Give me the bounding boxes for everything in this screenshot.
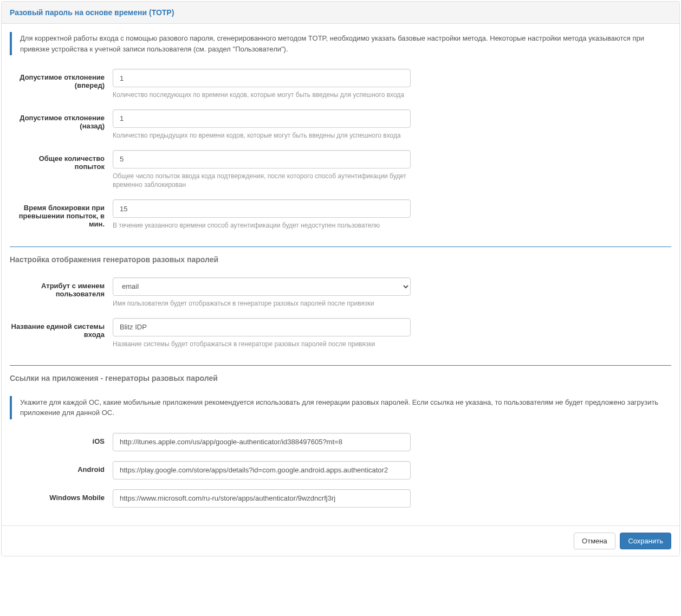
label-lock-time: Время блокировки при превышении попыток,… bbox=[10, 199, 113, 228]
label-ios: iOS bbox=[10, 433, 113, 445]
links-info-block: Укажите для каждой ОС, какие мобильные п… bbox=[10, 396, 671, 419]
help-username-attr: Имя пользователя будет отображаться в ге… bbox=[113, 299, 411, 308]
divider-links-section bbox=[10, 365, 671, 366]
help-total-attempts: Общее число попыток ввода кода подтвержд… bbox=[113, 172, 411, 190]
input-ios-link[interactable] bbox=[113, 433, 411, 451]
row-system-name: Название единой системы входа Название с… bbox=[10, 318, 671, 349]
divider-display-section bbox=[10, 247, 671, 247]
row-backward-deviation: Допустимое отклонение (назад) Количество… bbox=[10, 109, 671, 140]
panel-title: Разовый пароль на основе времени (TOTP) bbox=[10, 8, 671, 17]
help-lock-time: В течение указанного времени способ ауте… bbox=[113, 221, 411, 230]
input-forward-deviation[interactable] bbox=[113, 69, 411, 87]
label-windows: Windows Mobile bbox=[10, 489, 113, 502]
help-forward-deviation: Количество последующих по времени кодов,… bbox=[113, 90, 411, 100]
intro-info-block: Для корректной работы входа с помощью ра… bbox=[10, 32, 671, 55]
input-lock-time[interactable] bbox=[113, 199, 411, 218]
row-windows-link: Windows Mobile bbox=[10, 489, 671, 508]
help-backward-deviation: Количество предыдущих по времени кодов, … bbox=[113, 131, 411, 140]
cancel-button[interactable]: Отмена bbox=[574, 533, 615, 549]
panel-heading: Разовый пароль на основе времени (TOTP) bbox=[2, 2, 679, 24]
row-lock-time: Время блокировки при превышении попыток,… bbox=[10, 199, 671, 230]
label-system-name: Название единой системы входа bbox=[10, 318, 113, 339]
row-username-attr: Атрибут с именем пользователя email Имя … bbox=[10, 277, 671, 308]
label-username-attr: Атрибут с именем пользователя bbox=[10, 277, 113, 298]
input-system-name[interactable] bbox=[113, 318, 411, 336]
label-total-attempts: Общее количество попыток bbox=[10, 150, 113, 171]
totp-settings-panel: Разовый пароль на основе времени (TOTP) … bbox=[1, 1, 680, 556]
help-system-name: Название системы будет отображаться в ге… bbox=[113, 340, 411, 349]
panel-footer: Отмена Сохранить bbox=[2, 526, 679, 556]
label-forward-deviation: Допустимое отклонение (вперед) bbox=[10, 69, 113, 89]
row-ios-link: iOS bbox=[10, 433, 671, 451]
row-total-attempts: Общее количество попыток Общее число поп… bbox=[10, 150, 671, 190]
label-android: Android bbox=[10, 461, 113, 474]
input-total-attempts[interactable] bbox=[113, 150, 411, 168]
panel-body: Для корректной работы входа с помощью ра… bbox=[2, 24, 679, 526]
input-android-link[interactable] bbox=[113, 461, 411, 479]
input-backward-deviation[interactable] bbox=[113, 109, 411, 128]
label-backward-deviation: Допустимое отклонение (назад) bbox=[10, 109, 113, 130]
heading-display-section: Настройка отображения генераторов разовы… bbox=[10, 255, 671, 264]
select-username-attr[interactable]: email bbox=[113, 277, 411, 296]
row-android-link: Android bbox=[10, 461, 671, 479]
input-windows-link[interactable] bbox=[113, 489, 411, 508]
row-forward-deviation: Допустимое отклонение (вперед) Количеств… bbox=[10, 69, 671, 100]
save-button[interactable]: Сохранить bbox=[620, 533, 671, 549]
intro-text: Для корректной работы входа с помощью ра… bbox=[20, 34, 644, 53]
heading-links-section: Ссылки на приложения - генераторы разовы… bbox=[10, 374, 671, 382]
links-info-text: Укажите для каждой ОС, какие мобильные п… bbox=[20, 398, 658, 417]
